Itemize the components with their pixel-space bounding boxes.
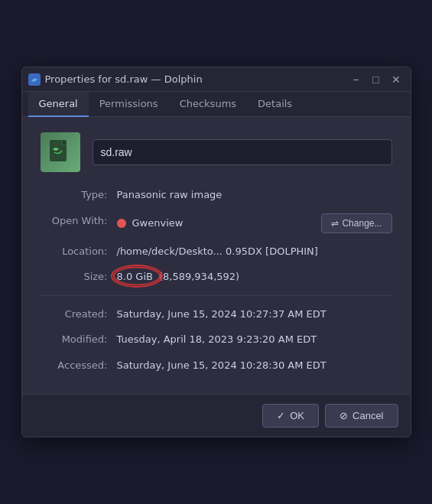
- titlebar-left: Properties for sd.raw — Dolphin: [28, 73, 203, 86]
- change-icon: ⇌: [331, 218, 339, 229]
- titlebar: Properties for sd.raw — Dolphin − □ ✕: [22, 67, 411, 92]
- ok-label: OK: [290, 410, 304, 421]
- open-with-app: Gwenview: [132, 216, 184, 231]
- size-bytes: (8,589,934,592): [159, 269, 239, 285]
- file-header: [41, 132, 392, 172]
- ok-button[interactable]: ✓ OK: [262, 404, 319, 428]
- accessed-value: Saturday, June 15, 2024 10:28:30 AM EDT: [117, 358, 392, 373]
- location-value: /home/deck/Deskto... 0.95DX [DOLPHIN]: [117, 244, 392, 259]
- tab-details[interactable]: Details: [247, 92, 303, 117]
- tab-bar: General Permissions Checksums Details: [22, 92, 411, 117]
- minimize-button[interactable]: −: [348, 71, 365, 88]
- file-icon: [41, 132, 80, 172]
- tab-checksums[interactable]: Checksums: [169, 92, 247, 117]
- filename-input[interactable]: [93, 139, 392, 165]
- modified-label: Modified:: [41, 332, 117, 347]
- tab-permissions[interactable]: Permissions: [89, 92, 169, 117]
- created-label: Created:: [41, 307, 117, 322]
- accessed-label: Accessed:: [41, 358, 117, 373]
- info-grid: Type: Panasonic raw image Open With: Gwe…: [41, 187, 392, 285]
- open-with-label: Open With:: [41, 213, 117, 233]
- ok-check-icon: ✓: [277, 410, 285, 421]
- change-button[interactable]: ⇌ Change...: [321, 213, 391, 233]
- maximize-button[interactable]: □: [368, 71, 385, 88]
- tab-general[interactable]: General: [28, 92, 89, 117]
- location-label: Location:: [41, 244, 117, 259]
- tab-content: Type: Panasonic raw image Open With: Gwe…: [22, 117, 411, 394]
- titlebar-buttons: − □ ✕: [348, 71, 404, 88]
- created-value: Saturday, June 15, 2024 10:27:37 AM EDT: [117, 307, 392, 322]
- size-value: 8.0 GiB (8,589,934,592): [117, 269, 392, 285]
- dolphin-icon: [28, 73, 41, 86]
- size-highlight: 8.0 GiB: [117, 269, 153, 285]
- close-button[interactable]: ✕: [388, 71, 404, 88]
- raw-file-icon: [47, 138, 74, 166]
- radio-gwenview: [117, 219, 126, 228]
- cancel-icon: ⊘: [339, 410, 348, 421]
- footer: ✓ OK ⊘ Cancel: [22, 394, 411, 437]
- divider: [41, 295, 392, 296]
- cancel-label: Cancel: [352, 410, 383, 421]
- size-gib: 8.0 GiB: [117, 271, 153, 282]
- type-label: Type:: [41, 187, 117, 203]
- cancel-button[interactable]: ⊘ Cancel: [325, 404, 398, 428]
- properties-window: Properties for sd.raw — Dolphin − □ ✕ Ge…: [21, 67, 411, 437]
- type-value: Panasonic raw image: [117, 187, 392, 203]
- modified-value: Tuesday, April 18, 2023 9:23:20 AM EDT: [117, 332, 392, 347]
- change-label: Change...: [342, 218, 382, 229]
- dates-grid: Created: Saturday, June 15, 2024 10:27:3…: [41, 307, 392, 373]
- size-label: Size:: [41, 269, 117, 285]
- open-with-value: Gwenview ⇌ Change...: [117, 213, 392, 233]
- window-title: Properties for sd.raw — Dolphin: [45, 73, 203, 85]
